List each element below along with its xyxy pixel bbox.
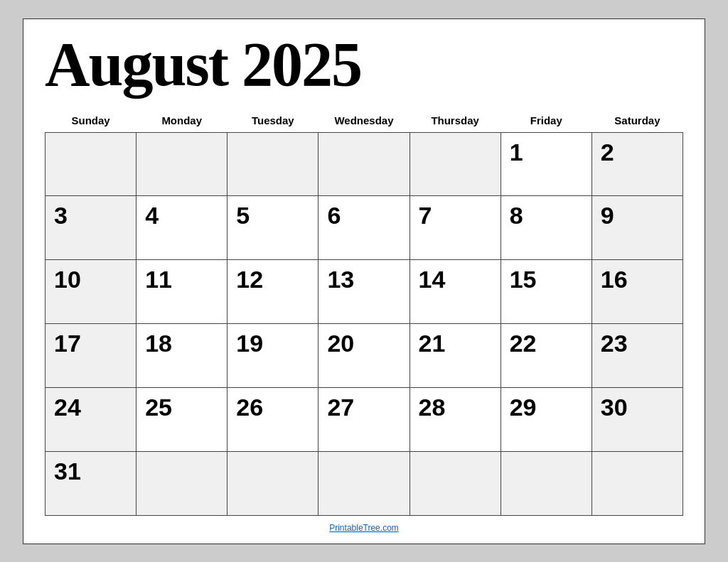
calendar-cell[interactable]: 13 — [318, 260, 410, 324]
day-header-saturday: Saturday — [592, 109, 682, 133]
calendar-cell[interactable] — [592, 451, 682, 515]
calendar-cell[interactable] — [46, 132, 136, 196]
calendar-cell[interactable]: 5 — [228, 196, 318, 260]
calendar-page: August 2025 SundayMondayTuesdayWednesday… — [23, 18, 705, 544]
calendar-cell[interactable]: 17 — [46, 323, 136, 387]
calendar-cell[interactable]: 22 — [500, 323, 592, 387]
calendar-cell[interactable]: 19 — [228, 323, 318, 387]
week-row-5: 24252627282930 — [46, 387, 683, 451]
calendar-cell[interactable]: 14 — [410, 260, 500, 324]
calendar-cell[interactable]: 9 — [592, 196, 682, 260]
calendar-cell[interactable]: 7 — [410, 196, 500, 260]
day-header-tuesday: Tuesday — [228, 109, 318, 133]
calendar-cell[interactable] — [410, 132, 500, 196]
calendar-cell[interactable] — [410, 451, 500, 515]
calendar-cell[interactable]: 26 — [228, 387, 318, 451]
calendar-cell[interactable]: 27 — [318, 387, 410, 451]
calendar-cell[interactable]: 2 — [592, 132, 682, 196]
calendar-cell[interactable] — [136, 451, 228, 515]
calendar-body: 1234567891011121314151617181920212223242… — [46, 132, 683, 515]
calendar-cell[interactable]: 3 — [46, 196, 136, 260]
day-header-sunday: Sunday — [46, 109, 136, 133]
day-header-monday: Monday — [136, 109, 228, 133]
calendar-cell[interactable]: 21 — [410, 323, 500, 387]
week-row-4: 17181920212223 — [46, 323, 683, 387]
week-row-1: 12 — [46, 132, 683, 196]
calendar-cell[interactable]: 24 — [46, 387, 136, 451]
calendar-cell[interactable]: 10 — [46, 260, 136, 324]
calendar-table: SundayMondayTuesdayWednesdayThursdayFrid… — [45, 109, 683, 516]
calendar-cell[interactable]: 12 — [228, 260, 318, 324]
week-row-2: 3456789 — [46, 196, 683, 260]
calendar-cell[interactable] — [318, 132, 410, 196]
calendar-cell[interactable]: 30 — [592, 387, 682, 451]
calendar-cell[interactable]: 16 — [592, 260, 682, 324]
calendar-cell[interactable] — [136, 132, 228, 196]
day-header-wednesday: Wednesday — [318, 109, 410, 133]
calendar-cell[interactable]: 28 — [410, 387, 500, 451]
week-row-3: 10111213141516 — [46, 260, 683, 324]
calendar-cell[interactable]: 6 — [318, 196, 410, 260]
calendar-cell[interactable]: 11 — [136, 260, 228, 324]
calendar-cell[interactable]: 25 — [136, 387, 228, 451]
day-header-thursday: Thursday — [410, 109, 500, 133]
calendar-cell[interactable]: 15 — [500, 260, 592, 324]
calendar-cell[interactable] — [318, 451, 410, 515]
calendar-cell[interactable]: 23 — [592, 323, 682, 387]
calendar-cell[interactable]: 1 — [500, 132, 592, 196]
week-row-6: 31 — [46, 451, 683, 515]
calendar-cell[interactable] — [228, 451, 318, 515]
footer-link[interactable]: PrintableTree.com — [45, 523, 683, 533]
day-header-friday: Friday — [500, 109, 592, 133]
calendar-title: August 2025 — [45, 33, 683, 96]
calendar-cell[interactable]: 8 — [500, 196, 592, 260]
calendar-cell[interactable] — [500, 451, 592, 515]
days-header-row: SundayMondayTuesdayWednesdayThursdayFrid… — [46, 109, 683, 133]
calendar-cell[interactable] — [228, 132, 318, 196]
calendar-cell[interactable]: 18 — [136, 323, 228, 387]
calendar-cell[interactable]: 20 — [318, 323, 410, 387]
calendar-cell[interactable]: 31 — [46, 451, 136, 515]
calendar-cell[interactable]: 29 — [500, 387, 592, 451]
calendar-cell[interactable]: 4 — [136, 196, 228, 260]
